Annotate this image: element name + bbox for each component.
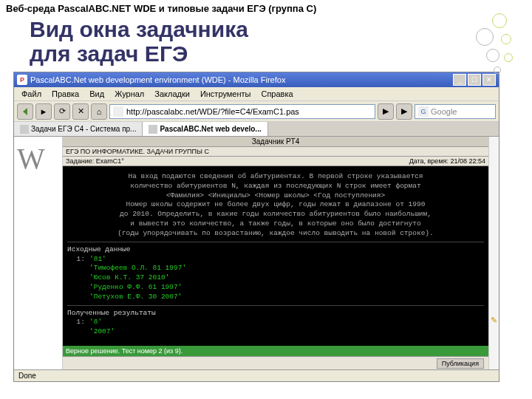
slide-title: Вид окна задачника для задач ЕГЭ <box>0 17 532 66</box>
task-subheader: Задание: ExamC1° Дата, время: 21/08 22:5… <box>63 157 488 166</box>
input-line: 1:'81' <box>67 255 484 265</box>
home-button[interactable]: ⌂ <box>91 103 107 120</box>
edit-icon[interactable]: ✎ <box>489 316 499 325</box>
output-line: 1:'8' <box>67 318 484 327</box>
tab-icon <box>20 125 29 134</box>
go-button[interactable]: ▶ <box>378 103 394 120</box>
publish-button[interactable]: Публикация <box>437 358 484 369</box>
tab-icon <box>149 125 157 134</box>
terminal-output: На вход подаются сведения об абитуриента… <box>63 166 488 346</box>
tab-0[interactable]: Задачи ЕГЭ C4 - Система пр... <box>14 122 143 136</box>
input-line: 'Руденко Ф.Ф. 61 1997' <box>67 283 484 293</box>
menu-view[interactable]: Вид <box>85 89 109 99</box>
navigation-toolbar: ► ⟳ ✕ ⌂ http://pascalabc.net/WDE/?file=C… <box>14 101 499 122</box>
page-content: W Задачник PT4 ЕГЭ ПО ИНФОРМАТИКЕ. ЗАДАЧ… <box>14 137 499 369</box>
bottom-toolbar: Публикация <box>63 356 488 369</box>
url-text: http://pascalabc.net/WDE/?file=C4/ExamC1… <box>126 107 299 116</box>
decorative-dots <box>471 13 523 80</box>
search-box[interactable]: G Google <box>415 104 496 119</box>
input-line: 'Юсов К.Т. 37 2010' <box>67 273 484 283</box>
forward-button[interactable]: ► <box>35 103 52 120</box>
menu-tools[interactable]: Инструменты <box>196 89 256 99</box>
input-line: 'Тимофеев О.Л. 81 1997' <box>67 264 484 273</box>
google-icon: G <box>418 106 429 117</box>
slide-context-header: Веб-среда PascalABC.NET WDE и типовые за… <box>0 0 532 17</box>
menu-edit[interactable]: Правка <box>47 89 83 99</box>
firefox-icon: P <box>17 75 27 85</box>
go-button-2[interactable]: ▶ <box>396 103 412 120</box>
reload-button[interactable]: ⟳ <box>54 103 70 120</box>
menu-history[interactable]: Журнал <box>110 89 149 99</box>
result-status: Верное решение. Тест номер 2 (из 9). <box>63 346 488 356</box>
input-line: 'Петухов Е.Ф. 30 2007' <box>67 293 484 302</box>
firefox-window: P PascalABC.Net web development environm… <box>13 72 499 382</box>
task-name: Задание: ExamC1° <box>66 157 124 165</box>
tab-1[interactable]: PascalABC.Net web develo... <box>143 122 267 136</box>
minimize-button[interactable]: _ <box>453 74 466 86</box>
browser-menubar: Файл Правка Вид Журнал Закладки Инструме… <box>14 87 499 101</box>
window-titlebar: P PascalABC.Net web development environm… <box>14 72 499 87</box>
task-category: ЕГЭ ПО ИНФОРМАТИКЕ. ЗАДАЧИ ГРУППЫ C <box>63 147 488 157</box>
slide-title-line2: для задач ЕГЭ <box>30 41 502 66</box>
search-placeholder: Google <box>431 107 457 116</box>
status-bar: Done <box>14 369 499 381</box>
menu-help[interactable]: Справка <box>256 89 297 99</box>
stop-button[interactable]: ✕ <box>72 103 89 120</box>
slide-title-line1: Вид окна задачника <box>30 17 502 41</box>
right-sliver: ✎ <box>488 137 499 369</box>
menu-bookmarks[interactable]: Закладки <box>150 89 194 99</box>
output-header: Полученные результаты <box>67 309 484 318</box>
task-panel: Задачник PT4 ЕГЭ ПО ИНФОРМАТИКЕ. ЗАДАЧИ … <box>63 137 488 369</box>
tab-bar: Задачи ЕГЭ C4 - Система пр... PascalABC.… <box>14 122 499 137</box>
page-icon <box>113 106 123 117</box>
tab-label: PascalABC.Net web develo... <box>160 125 261 133</box>
input-header: Исходные данные <box>67 245 484 255</box>
problem-text: На вход подаются сведения об абитуриента… <box>67 172 484 239</box>
url-bar[interactable]: http://pascalabc.net/WDE/?file=C4/ExamC1… <box>109 104 375 119</box>
sidebar-logo: W <box>14 137 63 369</box>
task-datetime: Дата, время: 21/08 22:54 <box>409 157 485 165</box>
taskbook-title: Задачник PT4 <box>63 137 488 147</box>
tab-label: Задачи ЕГЭ C4 - Система пр... <box>31 125 136 133</box>
menu-file[interactable]: Файл <box>17 89 46 99</box>
status-text: Done <box>18 372 36 380</box>
window-title: PascalABC.Net web development environmen… <box>30 75 285 84</box>
output-line: '2007' <box>67 327 484 337</box>
back-button[interactable] <box>17 103 33 120</box>
